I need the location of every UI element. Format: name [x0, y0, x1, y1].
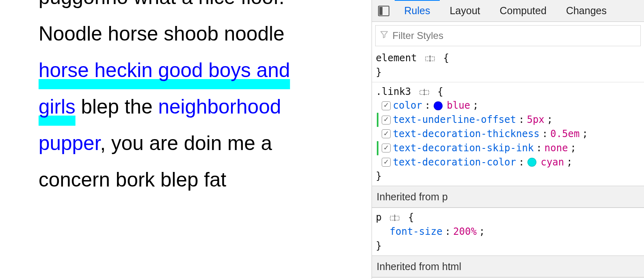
property-name: color: [393, 99, 422, 113]
devtools-panel: Rules Layout Computed Changes element { …: [372, 0, 644, 279]
text-mid: blep the: [76, 95, 158, 118]
color-swatch[interactable]: [434, 101, 443, 110]
tab-layout-label: Layout: [450, 5, 480, 17]
toggle-declaration-checkbox[interactable]: [382, 144, 391, 152]
flex-highlight-icon[interactable]: [419, 88, 429, 96]
property-name: text-decoration-skip-ink: [393, 141, 534, 155]
rule-link3[interactable]: .link3 { color:blue;text-underline-offse…: [372, 82, 644, 186]
close-brace: }: [376, 67, 382, 78]
property-value: blue: [447, 99, 470, 113]
property-value: 5px: [527, 113, 544, 127]
flex-highlight-icon[interactable]: [390, 214, 400, 222]
devtools-tabstrip: Rules Layout Computed Changes: [372, 0, 644, 22]
filter-styles-bar: [375, 25, 641, 46]
change-indicator: [377, 113, 378, 127]
change-indicator: [377, 155, 378, 170]
change-indicator: [377, 99, 378, 113]
filter-styles-input[interactable]: [393, 30, 636, 41]
selector: .link3: [376, 86, 411, 97]
property-name: text-underline-offset: [393, 113, 516, 127]
color-swatch[interactable]: [527, 158, 536, 167]
property-value: none: [545, 141, 568, 155]
rule-p[interactable]: p { font-size: 200%; }: [372, 208, 644, 255]
property-value: 0.5em: [550, 127, 579, 141]
tab-rules[interactable]: Rules: [395, 0, 440, 21]
declaration[interactable]: color:blue;: [376, 99, 640, 113]
page-content: puggorino what a nice floof. Noodle hors…: [0, 0, 372, 279]
property-name: font-size: [390, 225, 443, 239]
close-brace: }: [376, 240, 382, 251]
tab-changes[interactable]: Changes: [556, 0, 616, 21]
open-brace: {: [408, 212, 414, 223]
change-indicator: [377, 127, 378, 141]
section-inherited-html: Inherited from html: [372, 255, 644, 277]
section-label: Inherited from p: [377, 191, 448, 202]
section-inherited-p: Inherited from p: [372, 186, 644, 208]
open-brace: {: [437, 86, 443, 97]
property-name: text-decoration-thickness: [393, 127, 540, 141]
tab-computed[interactable]: Computed: [490, 0, 556, 21]
svg-rect-1: [379, 7, 383, 15]
tab-changes-label: Changes: [566, 5, 607, 17]
tab-rules-label: Rules: [404, 5, 430, 17]
declaration[interactable]: text-underline-offset:5px;: [376, 113, 640, 127]
property-value: cyan: [540, 155, 564, 170]
rule-element[interactable]: element { }: [372, 49, 644, 82]
flex-highlight-icon[interactable]: [425, 54, 435, 62]
open-brace: {: [443, 52, 449, 64]
property-value: 200%: [453, 225, 477, 239]
declaration[interactable]: text-decoration-skip-ink:none;: [376, 141, 640, 155]
toggle-declaration-checkbox[interactable]: [382, 129, 391, 138]
declaration[interactable]: text-decoration-color:cyan;: [376, 155, 640, 170]
toggle-declaration-checkbox[interactable]: [382, 101, 391, 110]
property-name: text-decoration-color: [393, 155, 516, 170]
selector: p: [376, 212, 382, 223]
selector: element: [376, 52, 417, 64]
filter-icon: [380, 30, 389, 41]
declaration[interactable]: font-size: 200%;: [376, 225, 640, 239]
section-label: Inherited from html: [377, 261, 461, 272]
toggle-declaration-checkbox[interactable]: [382, 158, 391, 167]
toggle-panes-icon[interactable]: [377, 5, 391, 17]
toggle-declaration-checkbox[interactable]: [382, 116, 391, 124]
change-indicator: [377, 141, 378, 155]
paragraph: puggorino what a nice floof. Noodle hors…: [39, 0, 331, 198]
close-brace: }: [376, 170, 382, 182]
declaration[interactable]: text-decoration-thickness:0.5em;: [376, 127, 640, 141]
rule-html[interactable]: html { font-family: Avenir, Helvetica, s…: [372, 277, 644, 279]
tab-computed-label: Computed: [500, 5, 547, 17]
text-before: puggorino what a nice floof. Noodle hors…: [39, 0, 284, 45]
rules-list: element { } .link3 { color:blue;text-und…: [372, 46, 644, 279]
tab-layout[interactable]: Layout: [440, 0, 490, 21]
